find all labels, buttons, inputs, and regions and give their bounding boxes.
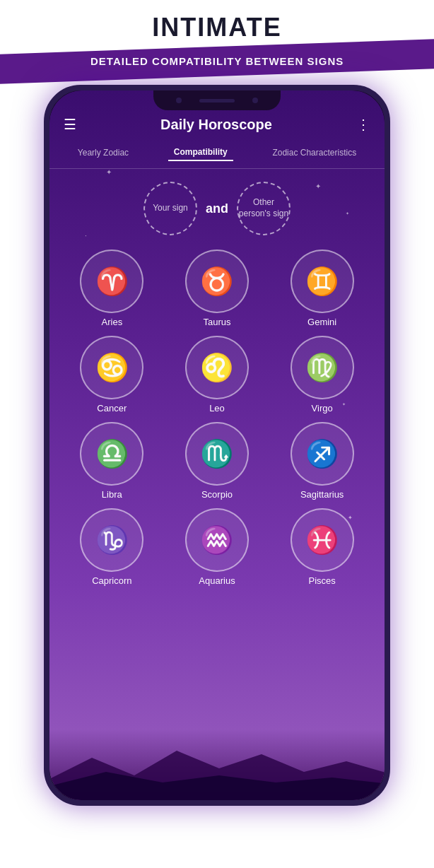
zodiac-circle-virgo: ♍ [291, 336, 354, 399]
zodiac-item-capricorn[interactable]: ♑Capricorn [64, 508, 160, 586]
camera-right [252, 98, 258, 103]
zodiac-item-cancer[interactable]: ♋Cancer [64, 336, 160, 414]
hamburger-icon[interactable]: ☰ [64, 116, 76, 133]
subtitle-text: DETAILED COMPATIBILITY BETWEEN SIGNS [90, 55, 344, 67]
camera-left [176, 98, 182, 103]
zodiac-name-capricorn: Capricorn [92, 575, 131, 586]
zodiac-circle-libra: ♎ [80, 422, 143, 486]
zodiac-item-pisces[interactable]: ♓Pisces [274, 508, 370, 586]
zodiac-symbol-scorpio: ♏ [200, 440, 233, 467]
zodiac-symbol-taurus: ♉ [200, 268, 233, 295]
compat-header: Your sign and Other person's sign [49, 169, 385, 242]
zodiac-symbol-aquarius: ♒ [200, 527, 233, 553]
zodiac-symbol-virgo: ♍ [305, 354, 339, 381]
zodiac-circle-pisces: ♓ [291, 508, 354, 572]
more-icon[interactable]: ⋮ [356, 116, 370, 133]
zodiac-name-virgo: Virgo [312, 403, 333, 414]
zodiac-circle-aquarius: ♒ [185, 508, 249, 572]
zodiac-name-aries: Aries [102, 317, 123, 327]
zodiac-circle-sagittarius: ♐ [291, 422, 354, 486]
zodiac-name-taurus: Taurus [203, 317, 230, 327]
your-sign-circle[interactable]: Your sign [143, 182, 197, 235]
zodiac-grid: ♈Aries♉Taurus♊Gemini♋Cancer♌Leo♍Virgo♎Li… [49, 242, 385, 593]
phone-wrapper: ✦ ✦ · ✦ ✦ ✦ ☰ Daily Horoscope ⋮ Yearly Z… [0, 85, 434, 806]
app-title-banner: INTIMATE [0, 13, 434, 42]
nav-tabs: Yearly Zodiac Compatibility Zodiac Chara… [49, 140, 385, 169]
phone-frame: ✦ ✦ · ✦ ✦ ✦ ☰ Daily Horoscope ⋮ Yearly Z… [44, 85, 390, 806]
other-sign-label: Other person's sign [238, 197, 289, 219]
your-sign-label: Your sign [153, 203, 188, 214]
zodiac-item-libra[interactable]: ♎Libra [64, 422, 160, 500]
speaker [199, 99, 235, 102]
zodiac-name-scorpio: Scorpio [201, 489, 233, 500]
zodiac-symbol-capricorn: ♑ [95, 527, 129, 553]
zodiac-circle-taurus: ♉ [185, 250, 249, 313]
mountain-silhouette [49, 744, 385, 800]
zodiac-circle-scorpio: ♏ [185, 422, 249, 486]
bottom-scene [49, 729, 385, 800]
zodiac-symbol-gemini: ♊ [305, 268, 339, 295]
zodiac-item-aries[interactable]: ♈Aries [64, 250, 160, 327]
zodiac-item-virgo[interactable]: ♍Virgo [274, 336, 370, 414]
zodiac-name-libra: Libra [102, 489, 122, 500]
tab-zodiac-characteristics[interactable]: Zodiac Characteristics [266, 145, 362, 160]
zodiac-symbol-aries: ♈ [95, 268, 129, 295]
zodiac-name-cancer: Cancer [97, 403, 127, 414]
app-title: Daily Horoscope [160, 117, 272, 133]
zodiac-item-scorpio[interactable]: ♏Scorpio [169, 422, 266, 500]
tab-yearly-zodiac[interactable]: Yearly Zodiac [72, 145, 134, 160]
zodiac-symbol-pisces: ♓ [305, 527, 339, 553]
zodiac-name-aquarius: Aquarius [199, 575, 235, 586]
zodiac-item-taurus[interactable]: ♉Taurus [169, 250, 266, 327]
zodiac-name-leo: Leo [209, 403, 225, 414]
other-sign-circle[interactable]: Other person's sign [237, 182, 291, 235]
zodiac-circle-aries: ♈ [80, 250, 143, 313]
zodiac-name-pisces: Pisces [309, 575, 336, 586]
zodiac-item-sagittarius[interactable]: ♐Sagittarius [274, 422, 370, 500]
tab-compatibility[interactable]: Compatibility [168, 144, 233, 161]
zodiac-symbol-libra: ♎ [95, 440, 129, 467]
phone-notch [153, 90, 281, 110]
zodiac-item-leo[interactable]: ♌Leo [169, 336, 266, 414]
phone-screen: ✦ ✦ · ✦ ✦ ✦ ☰ Daily Horoscope ⋮ Yearly Z… [49, 90, 385, 800]
zodiac-circle-cancer: ♋ [80, 336, 143, 399]
zodiac-symbol-leo: ♌ [200, 354, 233, 381]
zodiac-name-sagittarius: Sagittarius [300, 489, 344, 500]
zodiac-symbol-sagittarius: ♐ [305, 440, 339, 467]
zodiac-circle-capricorn: ♑ [80, 508, 143, 572]
zodiac-symbol-cancer: ♋ [95, 354, 129, 381]
zodiac-item-gemini[interactable]: ♊Gemini [274, 250, 370, 327]
zodiac-item-aquarius[interactable]: ♒Aquarius [169, 508, 266, 586]
zodiac-name-gemini: Gemini [307, 317, 336, 327]
and-text: and [206, 201, 228, 216]
zodiac-circle-leo: ♌ [185, 336, 249, 399]
zodiac-circle-gemini: ♊ [291, 250, 354, 313]
